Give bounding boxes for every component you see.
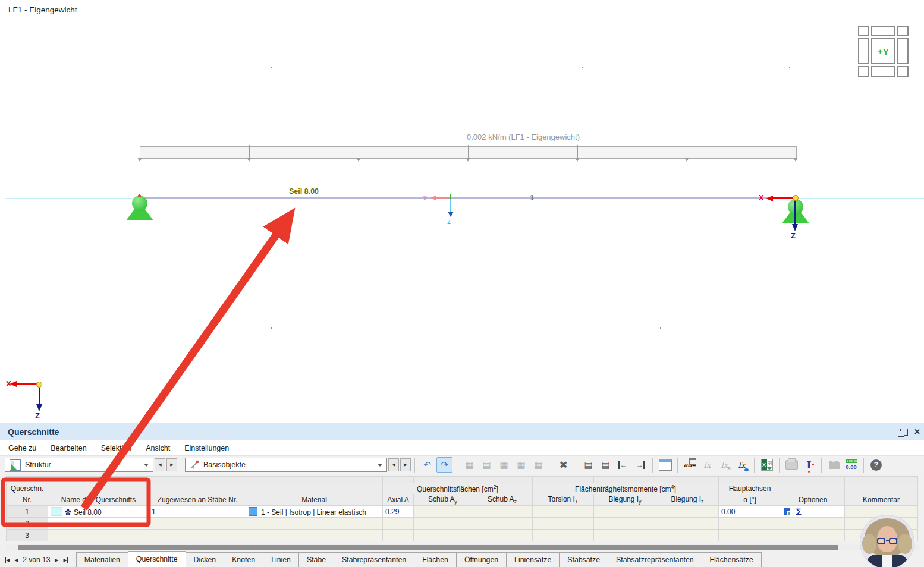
- axial-area-cell[interactable]: 0.29: [383, 506, 414, 518]
- scrollbar-thumb[interactable]: [18, 545, 838, 550]
- view-cell[interactable]: [897, 66, 909, 77]
- avatar-shirt: [882, 555, 892, 567]
- row-number-cell[interactable]: 3: [7, 530, 48, 541]
- view-cell[interactable]: [858, 26, 869, 36]
- row-number-cell[interactable]: 1: [7, 506, 48, 518]
- units-button[interactable]: 0.00: [843, 457, 859, 472]
- tab-stabsatzrepraesentanten[interactable]: Stabsatzrepräsentanten: [608, 552, 702, 567]
- tab-staebe[interactable]: Stäbe: [298, 552, 334, 567]
- structure-prev-button[interactable]: ◀: [155, 458, 165, 471]
- jump-back-button[interactable]: ↶: [419, 457, 435, 472]
- formula-button[interactable]: fx: [699, 457, 715, 472]
- view-navigator[interactable]: +Y: [858, 26, 909, 77]
- menu-einstellungen[interactable]: Einstellungen: [184, 444, 229, 452]
- section-name-cell[interactable]: Seil 8.00: [48, 506, 149, 518]
- separator: [551, 458, 551, 472]
- view-cell-current[interactable]: +Y: [871, 38, 895, 64]
- support-x-axis-icon: [772, 197, 793, 199]
- library-button[interactable]: [826, 457, 842, 472]
- assistant-avatar[interactable]: [860, 515, 914, 567]
- view-cell[interactable]: [897, 26, 909, 36]
- local-origin-tick: [450, 194, 451, 199]
- node-left[interactable]: [138, 194, 141, 197]
- section-editor-button[interactable]: I: [801, 457, 817, 472]
- horizontal-scrollbar[interactable]: [6, 544, 919, 550]
- tab-linien[interactable]: Linien: [263, 552, 299, 567]
- menu-gehe-zu[interactable]: Gehe zu: [8, 444, 36, 452]
- formula-delete-button[interactable]: fx✕: [716, 457, 733, 472]
- jump-forward-button[interactable]: ↷: [436, 457, 452, 472]
- tab-dicken[interactable]: Dicken: [186, 552, 225, 567]
- cross-section-table: Querschn. Querschnittsflächen [cm2] Fläc…: [6, 476, 918, 541]
- separator: [754, 458, 755, 472]
- help-button[interactable]: ?: [868, 457, 884, 472]
- tab-liniensaetze[interactable]: Liniensätze: [506, 552, 560, 567]
- tab-oeffnungen[interactable]: Öffnungen: [456, 552, 507, 567]
- thin-walled-option-icon[interactable]: [784, 508, 790, 515]
- first-table-button[interactable]: ◀: [5, 557, 10, 563]
- prev-table-button[interactable]: ◀: [14, 557, 18, 563]
- tab-stabsaetze[interactable]: Stabsätze: [559, 552, 608, 567]
- tab-stabrepraesentanten[interactable]: Stabrepräsentanten: [334, 552, 414, 567]
- excel-icon: X: [761, 459, 773, 471]
- insert-row-button[interactable]: ←: [615, 457, 631, 472]
- float-panel-icon[interactable]: [900, 429, 908, 436]
- view-cell[interactable]: [858, 38, 869, 64]
- row-number-cell[interactable]: 2: [7, 518, 48, 530]
- table-view-icon[interactable]: ▦: [461, 457, 477, 472]
- model-viewport[interactable]: LF1 - Eigengewicht 0.002 kN/m (LF1 - Eig…: [0, 0, 924, 423]
- table-row: 2: [7, 518, 918, 530]
- last-table-button[interactable]: ▶: [64, 557, 68, 563]
- avatar-glasses-icon: [877, 538, 885, 544]
- rename-button[interactable]: ab=: [682, 457, 698, 472]
- objects-next-button[interactable]: ▶: [400, 458, 411, 471]
- structure-next-button[interactable]: ▶: [166, 458, 177, 471]
- options-cell[interactable]: [781, 506, 845, 518]
- support-x-arrowhead-icon: [766, 196, 773, 201]
- view-cell[interactable]: [858, 66, 869, 77]
- close-panel-icon[interactable]: ✕: [914, 427, 920, 436]
- table-chart-icon[interactable]: ▤: [479, 457, 495, 472]
- menu-bearbeiten[interactable]: Bearbeiten: [51, 444, 86, 452]
- section-symbol-icon[interactable]: [795, 508, 802, 515]
- menu-selektion[interactable]: Selektion: [101, 444, 131, 452]
- next-table-button[interactable]: ▶: [55, 557, 58, 563]
- table-header-toggle-button[interactable]: [657, 457, 673, 472]
- local-x-axis-icon: [436, 197, 451, 199]
- node-right[interactable]: [793, 195, 799, 201]
- tab-knoten[interactable]: Knoten: [224, 552, 263, 567]
- view-cell[interactable]: [871, 66, 895, 77]
- grid-dot: [582, 67, 583, 68]
- table-remove-icon[interactable]: ▦: [513, 457, 529, 472]
- objects-prev-button[interactable]: ◀: [388, 458, 399, 471]
- material-cell[interactable]: 1 - Seil | Isotrop | Linear elastisch: [246, 506, 383, 518]
- move-row-button[interactable]: →: [632, 457, 648, 472]
- view-cell[interactable]: [897, 38, 909, 64]
- bending-iy-cell[interactable]: [594, 506, 656, 518]
- bending-iz-cell[interactable]: [656, 506, 719, 518]
- delete-row-button[interactable]: ▤: [598, 457, 614, 472]
- cable-member[interactable]: [140, 197, 796, 199]
- structure-combobox[interactable]: Struktur: [5, 458, 153, 472]
- tab-querschnitte[interactable]: Querschnitte: [128, 551, 186, 567]
- shear-ay-cell[interactable]: [414, 506, 472, 518]
- close-all-tables-button[interactable]: ✖: [555, 457, 571, 472]
- print-button[interactable]: [784, 457, 800, 472]
- support-z-axis-icon: [794, 200, 796, 225]
- torsion-cell[interactable]: [533, 506, 594, 518]
- shear-az-cell[interactable]: [472, 506, 533, 518]
- basic-objects-combobox[interactable]: I Basisobjekte: [185, 458, 387, 472]
- alpha-cell[interactable]: 0.00: [719, 506, 781, 518]
- tab-flaechen[interactable]: Flächen: [414, 552, 457, 567]
- tab-flaechensaetze[interactable]: Flächensätze: [702, 552, 762, 567]
- view-cell[interactable]: [871, 26, 895, 36]
- excel-export-button[interactable]: X: [759, 457, 775, 472]
- table-add-icon[interactable]: ▦: [496, 457, 512, 472]
- tab-materialien[interactable]: Materialien: [76, 552, 128, 567]
- copy-row-button[interactable]: ▤: [580, 457, 596, 472]
- assigned-members-cell[interactable]: 1: [149, 506, 246, 518]
- eye-icon: [744, 468, 749, 471]
- menu-ansicht[interactable]: Ansicht: [146, 444, 170, 452]
- table-options-icon[interactable]: ▦: [530, 457, 546, 472]
- formula-show-button[interactable]: fx: [734, 457, 750, 472]
